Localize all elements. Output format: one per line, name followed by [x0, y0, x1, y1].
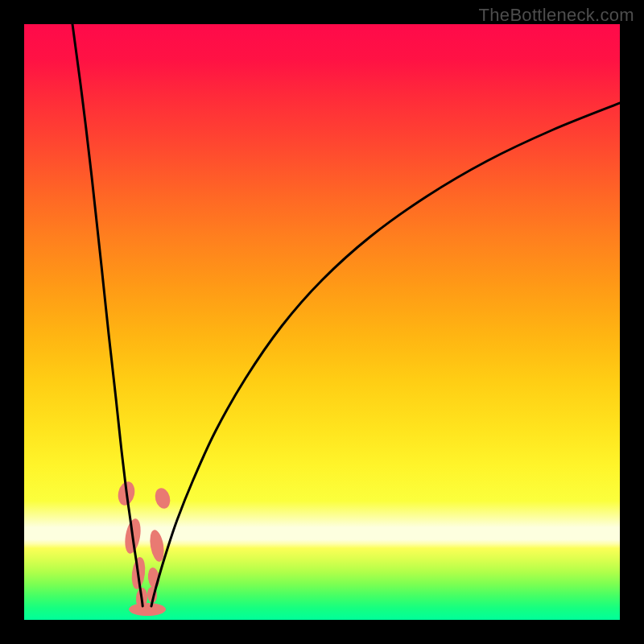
- chart-svg: [24, 24, 620, 620]
- outer-frame: TheBottleneck.com: [0, 0, 644, 644]
- blob: [129, 603, 166, 616]
- plot-area: [24, 24, 620, 620]
- data-point-blobs: [116, 480, 172, 616]
- blob: [153, 486, 172, 510]
- watermark-text: TheBottleneck.com: [479, 5, 634, 26]
- right-curve: [151, 103, 620, 606]
- left-curve: [72, 24, 142, 606]
